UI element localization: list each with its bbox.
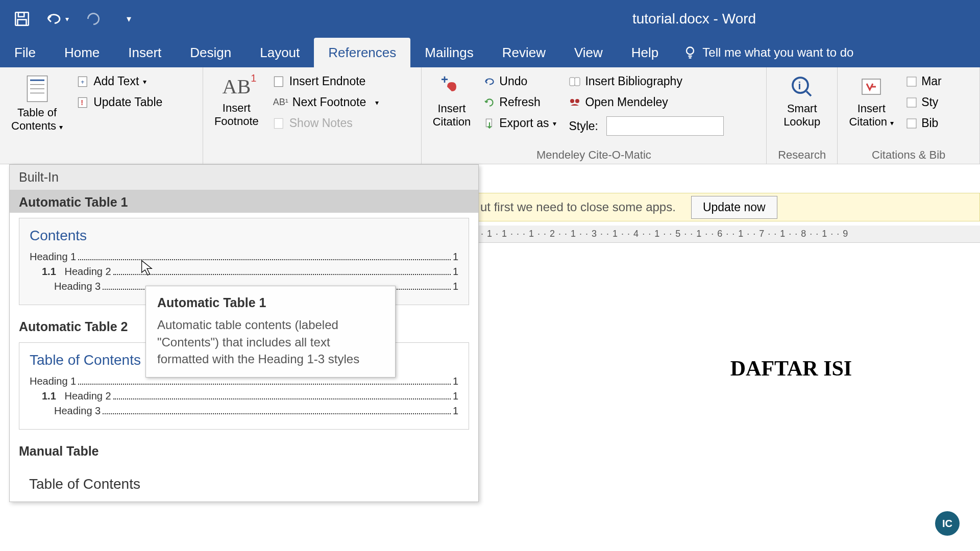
update-table-label: Update Table xyxy=(93,95,162,109)
research-group-label: Research xyxy=(767,148,837,162)
next-footnote-button[interactable]: AB¹ Next Footnote ▾ xyxy=(269,92,383,112)
open-mendeley-label: Open Mendeley xyxy=(585,95,668,109)
svg-text:+: + xyxy=(81,78,84,85)
footnote-icon: AB1 xyxy=(223,74,251,98)
tab-review[interactable]: Review xyxy=(488,38,560,67)
bibliography-button[interactable]: Bib xyxy=(902,113,946,133)
toc-label: Table of Contents xyxy=(11,106,57,132)
quick-access-toolbar: ▾ ▾ xyxy=(10,8,140,31)
tab-layout[interactable]: Layout xyxy=(246,38,314,67)
window-title: tutorial.docx - Word xyxy=(632,11,756,27)
tab-view[interactable]: View xyxy=(560,38,617,67)
update-table-button[interactable]: ! Update Table xyxy=(73,92,166,112)
update-table-icon: ! xyxy=(77,96,89,109)
tab-mailings[interactable]: Mailings xyxy=(410,38,487,67)
dropdown-item-auto1[interactable]: Automatic Table 1 xyxy=(10,190,478,213)
preview-manual[interactable]: Table of Contents xyxy=(19,467,469,492)
smart-lookup-label: Smart Lookup xyxy=(783,102,820,129)
style-dropdown[interactable] xyxy=(606,116,724,136)
update-now-button[interactable]: Update now xyxy=(691,196,777,219)
insert-citation-label: Insert Citation xyxy=(433,102,471,129)
tab-design[interactable]: Design xyxy=(176,38,246,67)
add-text-button[interactable]: + Add Text ▾ xyxy=(73,71,166,91)
insert-endnote-label: Insert Endnote xyxy=(289,74,366,88)
manage-sources-button[interactable]: Mar xyxy=(902,71,946,91)
insert-citation-icon xyxy=(859,74,884,99)
insert-footnote-label: Insert Footnote xyxy=(214,102,259,129)
tab-insert[interactable]: Insert xyxy=(114,38,176,67)
smart-lookup-button[interactable]: i Smart Lookup xyxy=(773,71,831,132)
svg-point-3 xyxy=(687,47,694,55)
save-button[interactable] xyxy=(10,8,33,31)
horizontal-ruler[interactable]: · · 1 · 1 · · · 1 · · 2 · · 1 · · 3 · · … xyxy=(470,226,980,243)
toc-h2: Heading 2 xyxy=(64,266,111,277)
tab-file[interactable]: File xyxy=(0,38,50,67)
next-footnote-label: Next Footnote xyxy=(292,95,366,109)
add-text-label: Add Text xyxy=(93,74,139,88)
insert-bibliography-button[interactable]: Insert Bibliography xyxy=(565,71,728,91)
undo-mendeley-button[interactable]: Undo xyxy=(480,71,560,91)
notification-bar: ut first we need to close some apps. Upd… xyxy=(470,193,980,221)
bibliography-icon xyxy=(569,76,581,87)
group-toc: Table of Contents ▾ + Add Text ▾ ! Updat… xyxy=(0,67,203,164)
tab-references[interactable]: References xyxy=(314,38,410,67)
bib-icon xyxy=(906,118,917,129)
insert-footnote-button[interactable]: AB1 Insert Footnote xyxy=(209,71,264,133)
group-footnotes: AB1 Insert Footnote Insert Endnote AB¹ N… xyxy=(203,67,422,164)
export-icon xyxy=(484,118,495,129)
document-page[interactable]: DAFTAR ISI xyxy=(480,244,980,551)
tooltip-description: Automatic table contents (labeled "Conte… xyxy=(157,316,384,368)
svg-rect-14 xyxy=(274,118,283,128)
svg-text:i: i xyxy=(798,80,801,91)
toc-h1: Heading 1 xyxy=(30,251,76,263)
svg-rect-23 xyxy=(907,77,916,86)
export-as-button[interactable]: Export as ▾ xyxy=(480,113,560,133)
toc-icon xyxy=(25,74,50,103)
dropdown-builtin-header: Built-In xyxy=(10,165,478,190)
insert-citation2-label: Insert Citation xyxy=(849,102,887,128)
svg-text:!: ! xyxy=(81,98,83,106)
insert-endnote-button[interactable]: Insert Endnote xyxy=(269,71,383,91)
tooltip-title: Automatic Table 1 xyxy=(157,295,384,310)
undo-button[interactable]: ▾ xyxy=(46,8,69,31)
mendeley-icon xyxy=(569,97,581,108)
tell-me-search[interactable]: Tell me what you want to do xyxy=(673,38,864,67)
svg-rect-24 xyxy=(907,98,916,107)
svg-rect-25 xyxy=(907,119,916,128)
citations-group-label: Citations & Bib xyxy=(838,148,979,162)
svg-point-18 xyxy=(575,99,579,103)
tab-help[interactable]: Help xyxy=(617,38,673,67)
redo-button[interactable] xyxy=(82,8,105,31)
svg-line-21 xyxy=(806,91,811,96)
document-heading: DAFTAR ISI xyxy=(633,356,949,381)
dropdown-item-manual[interactable]: Manual Table xyxy=(10,439,478,462)
insert-citation-mendeley-button[interactable]: + Insert Citation xyxy=(428,71,476,139)
qat-customize[interactable]: ▾ xyxy=(117,8,140,31)
insert-citation-button[interactable]: Insert Citation ▾ xyxy=(844,71,899,133)
open-mendeley-button[interactable]: Open Mendeley xyxy=(565,92,728,112)
ribbon-tabs: File Home Insert Design Layout Reference… xyxy=(0,38,980,67)
export-as-label: Export as xyxy=(499,116,549,130)
group-mendeley: + Insert Citation Undo Refresh Export as… xyxy=(422,67,767,164)
svg-point-17 xyxy=(570,99,574,103)
tab-home[interactable]: Home xyxy=(50,38,114,67)
sources-icon xyxy=(906,76,917,87)
preview-manual-title: Table of Contents xyxy=(29,476,459,492)
citation-style-button[interactable]: Sty xyxy=(902,92,946,112)
style-icon xyxy=(906,97,917,108)
tell-me-label: Tell me what you want to do xyxy=(702,45,853,60)
add-text-icon: + xyxy=(77,76,89,88)
ic-badge: IC xyxy=(935,511,960,536)
group-research: i Smart Lookup Research xyxy=(767,67,838,164)
smart-lookup-icon: i xyxy=(790,74,814,99)
citation-icon: + xyxy=(439,74,464,99)
lightbulb-icon xyxy=(683,45,697,60)
insert-bib-label: Insert Bibliography xyxy=(585,74,682,88)
refresh-label: Refresh xyxy=(499,95,541,109)
endnote-icon xyxy=(273,76,285,88)
table-of-contents-button[interactable]: Table of Contents ▾ xyxy=(6,71,68,136)
refresh-mendeley-button[interactable]: Refresh xyxy=(480,92,560,112)
style-label: Style: xyxy=(569,119,598,133)
svg-rect-1 xyxy=(18,12,23,17)
show-notes-icon xyxy=(273,117,285,130)
